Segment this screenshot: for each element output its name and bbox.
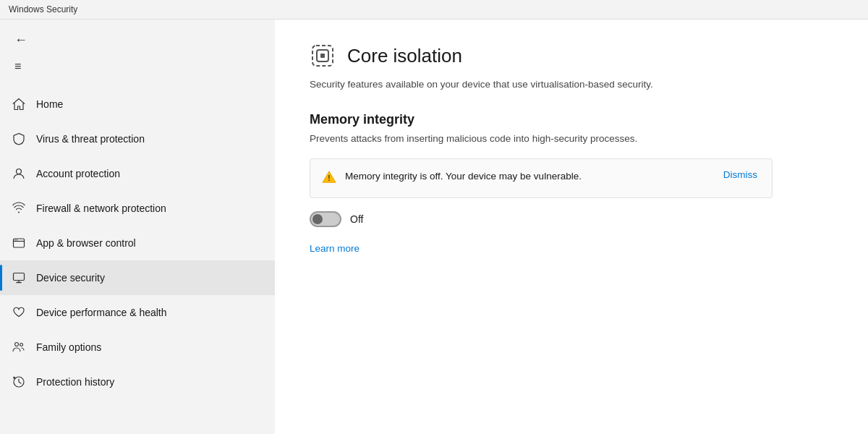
- learn-more-link[interactable]: Learn more: [310, 243, 359, 254]
- sidebar-item-app-browser[interactable]: App & browser control: [0, 226, 275, 260]
- page-description: Security features available on your devi…: [310, 77, 729, 92]
- sidebar-item-account[interactable]: Account protection: [0, 156, 275, 191]
- sidebar-item-virus[interactable]: Virus & threat protection: [0, 122, 275, 156]
- dismiss-button[interactable]: Dismiss: [720, 169, 760, 180]
- sidebar-item-label-account: Account protection: [36, 168, 120, 179]
- svg-point-3: [14, 239, 16, 241]
- sidebar-item-label-home: Home: [36, 98, 63, 110]
- menu-button[interactable]: ≡: [12, 58, 24, 75]
- sidebar-top: ←: [0, 22, 275, 55]
- svg-rect-12: [320, 54, 325, 58]
- svg-point-9: [20, 344, 23, 346]
- wifi-icon: [12, 201, 26, 216]
- page-header: Core isolation: [310, 43, 833, 69]
- sidebar-item-device-health[interactable]: Device performance & health: [0, 295, 275, 330]
- svg-point-8: [15, 343, 19, 346]
- sidebar-item-label-virus: Virus & threat protection: [36, 133, 145, 145]
- core-isolation-icon: [310, 43, 336, 69]
- sidebar-nav: Home Virus & threat protection: [0, 87, 275, 399]
- section-title: Memory integrity: [310, 112, 833, 127]
- warning-message: Memory integrity is off. Your device may…: [345, 169, 700, 184]
- family-icon: [12, 340, 26, 354]
- sidebar-item-label-firewall: Firewall & network protection: [36, 203, 166, 214]
- history-icon: [12, 375, 26, 389]
- warning-box: ! Memory integrity is off. Your device m…: [310, 158, 773, 198]
- svg-point-0: [17, 169, 22, 174]
- browser-icon: [12, 236, 26, 250]
- toggle-label: Off: [350, 213, 363, 225]
- heart-icon: [12, 305, 26, 320]
- sidebar-item-label-family: Family options: [36, 341, 101, 353]
- warning-triangle-icon: !: [322, 170, 336, 187]
- toggle-row: Off: [310, 211, 833, 227]
- svg-point-4: [17, 239, 18, 241]
- shield-icon: [12, 132, 26, 146]
- section-description: Prevents attacks from inserting maliciou…: [310, 132, 729, 146]
- titlebar: Windows Security: [0, 0, 868, 20]
- home-icon: [12, 97, 26, 111]
- sidebar-item-label-app: App & browser control: [36, 237, 136, 249]
- sidebar-item-history[interactable]: Protection history: [0, 365, 275, 399]
- sidebar-item-label-health: Device performance & health: [36, 307, 167, 318]
- sidebar-item-family[interactable]: Family options: [0, 330, 275, 365]
- svg-text:!: !: [328, 174, 330, 182]
- sidebar-item-device-security[interactable]: Device security: [0, 260, 275, 295]
- sidebar-item-home[interactable]: Home: [0, 87, 275, 122]
- monitor-icon: [12, 271, 26, 285]
- sidebar-item-firewall[interactable]: Firewall & network protection: [0, 191, 275, 226]
- main-content: Core isolation Security features availab…: [275, 20, 868, 434]
- sidebar-item-label-history: Protection history: [36, 376, 114, 388]
- back-button[interactable]: ←: [12, 30, 30, 51]
- app-title: Windows Security: [9, 4, 77, 14]
- sidebar-item-label-device-security: Device security: [36, 272, 105, 284]
- page-title: Core isolation: [347, 45, 462, 67]
- memory-integrity-toggle[interactable]: [310, 211, 341, 227]
- svg-rect-5: [14, 273, 25, 281]
- app-container: ← ≡ Home Virus &: [0, 20, 868, 434]
- person-icon: [12, 166, 26, 181]
- sidebar: ← ≡ Home Virus &: [0, 20, 275, 434]
